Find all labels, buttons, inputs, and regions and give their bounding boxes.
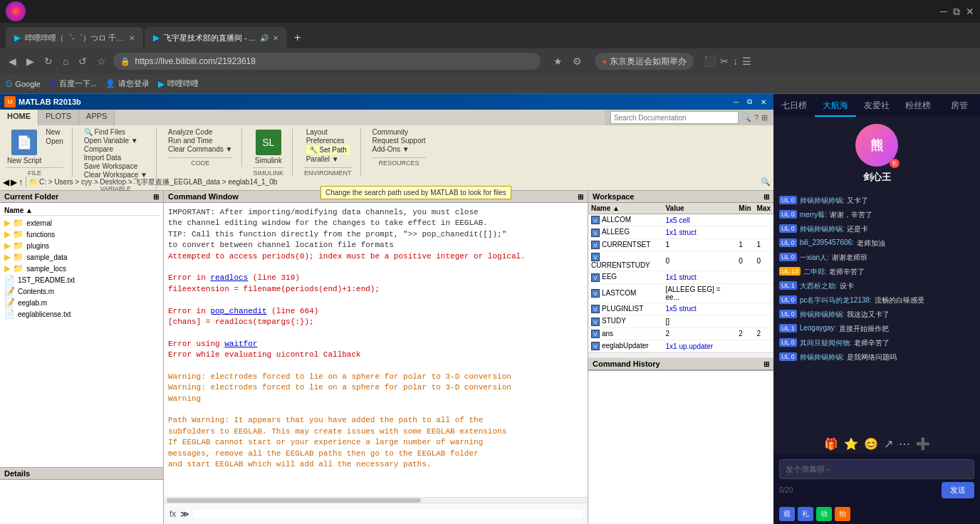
history-expand[interactable]: ⊞ [763, 360, 769, 368]
tab-close-2[interactable]: ✕ [273, 34, 278, 42]
layout-button[interactable]: Layout [306, 128, 350, 136]
back-button[interactable]: ◀ [6, 54, 19, 68]
compare-button[interactable]: Compare [84, 145, 147, 153]
help-icon[interactable]: ? [754, 113, 759, 122]
bookmark-baidu[interactable]: 百 百度一下... [49, 78, 97, 89]
settings-icon[interactable]: ⚙ [570, 54, 585, 68]
tab-bilibili-live[interactable]: ▶ 飞宇星技术部的直播间 - ... 🔊 ✕ [145, 27, 287, 48]
workspace-row[interactable]: VEEG 1x1 struct [588, 271, 773, 283]
workspace-row[interactable]: Vans 2 2 2 [588, 328, 773, 340]
folder-item-functions[interactable]: ▶ 📁 functions [3, 229, 160, 240]
folder-item-sample-locs[interactable]: ▶ 📁 sample_locs [3, 263, 160, 274]
minimize-icon[interactable]: ─ [940, 6, 947, 18]
quick-btn-1[interactable]: 礼 [798, 507, 813, 521]
ribbon-tab-plots[interactable]: PLOTS [38, 110, 79, 125]
matlab-minimize[interactable]: ─ [731, 98, 741, 107]
search-doc-icon[interactable]: 🔍 [741, 113, 751, 122]
expand-icon[interactable]: ⊞ [761, 113, 768, 122]
folder-item-external[interactable]: ▶ 📁 external [3, 217, 160, 229]
matlab-restore[interactable]: ⧉ [744, 97, 755, 107]
workspace-row[interactable]: VeeglabUpdater 1x1 up.updater [588, 340, 773, 352]
refresh-button[interactable]: ↻ [41, 54, 56, 68]
open-variable-button[interactable]: Open Variable ▼ [84, 137, 147, 145]
ribbon-tab-home[interactable]: HOME [0, 110, 38, 125]
bookmark-bilibili[interactable]: ▶ 哔哩哔哩 [158, 78, 199, 89]
cut-icon[interactable]: ✂ [720, 56, 729, 67]
new-script-button[interactable]: 📄 New Script [6, 128, 43, 166]
bookmark-google[interactable]: G Google [6, 79, 41, 89]
save-workspace-button[interactable]: Save Workspace [84, 162, 147, 170]
file-item-eeglab[interactable]: 📝 eeglab.m [3, 297, 160, 308]
file-item-readme[interactable]: 📄 1ST_README.txt [3, 274, 160, 285]
tab-fensiband[interactable]: 粉丝榜 [897, 94, 939, 117]
workspace-expand[interactable]: ⊞ [763, 193, 769, 201]
parallel-button[interactable]: Parallel ▼ [306, 155, 350, 163]
streamer-avatar[interactable]: 熊 长 [855, 124, 898, 167]
clear-commands-button[interactable]: Clear Commands ▼ [168, 145, 232, 153]
quick-btn-3[interactable]: 拍 [835, 507, 850, 521]
workspace-row[interactable]: VALLEEG 1x1 struct [588, 226, 773, 239]
chat-input[interactable] [779, 459, 974, 479]
send-button[interactable]: 发送 [942, 482, 974, 498]
bookmark-button[interactable]: ☆ [94, 54, 109, 68]
folder-item-plugins[interactable]: ▶ 📁 plugins [3, 240, 160, 251]
toolbar-forward[interactable]: ▶ [11, 177, 17, 187]
new-tab-button[interactable]: + [288, 27, 306, 48]
bookmark-login[interactable]: 👤 请您登录 [105, 78, 150, 89]
toolbar-search-icon[interactable]: 🔍 [761, 177, 771, 187]
tab-fangguanr[interactable]: 房管 [939, 94, 980, 117]
pop-chanedit-link[interactable]: pop_chanedit [210, 307, 266, 315]
tab-qiririban[interactable]: 七日榜 [773, 94, 815, 117]
command-window-content[interactable]: IMPORTANT: After importing/modifying dat… [164, 203, 588, 497]
menu-icon[interactable]: ☰ [742, 56, 751, 67]
toolbar-back[interactable]: ◀ [3, 177, 9, 187]
set-path-button[interactable]: 🔧 Set Path [306, 145, 350, 154]
back-button-2[interactable]: ↺ [75, 54, 90, 68]
ribbon-tab-apps[interactable]: APPS [79, 110, 115, 125]
restore-icon[interactable]: ⧉ [953, 6, 960, 18]
clear-workspace-button[interactable]: Clear Workspace ▼ [84, 171, 147, 179]
forward-button[interactable]: ▶ [24, 54, 37, 68]
readlocs-link[interactable]: readlocs [210, 273, 248, 282]
quick-btn-2[interactable]: 动 [816, 507, 832, 521]
share-icon[interactable]: ↗ [884, 437, 893, 451]
home-button[interactable]: ⌂ [60, 54, 71, 68]
matlab-close[interactable]: ✕ [758, 98, 769, 107]
more-icon[interactable]: ⋯ [899, 437, 910, 451]
workspace-row[interactable]: VALLCOM 1x5 cell [588, 214, 773, 226]
open-button[interactable]: Open [46, 137, 63, 145]
request-support-button[interactable]: Request Support [372, 137, 426, 145]
tab-bilibili-main[interactable]: ▶ 哔哩哔哩（゜-゜）つロ 千杯~ ✕ [6, 27, 143, 48]
waitfor-link[interactable]: waitfor [224, 340, 257, 348]
tab-close-1[interactable]: ✕ [129, 34, 135, 42]
folder-item-sample-data[interactable]: ▶ 📁 sample_data [3, 251, 160, 263]
analyze-code-button[interactable]: Analyze Code [168, 128, 232, 136]
tab-audio-icon[interactable]: 🔊 [260, 34, 269, 42]
extensions-icon[interactable]: ⬛ [704, 56, 716, 67]
star-action-icon[interactable]: ⭐ [844, 437, 858, 451]
star-icon[interactable]: ★ [551, 54, 565, 68]
cmd-panel-expand[interactable]: ⊞ [578, 193, 583, 201]
gift-icon[interactable]: 🎁 [824, 437, 838, 451]
tab-dahanghai[interactable]: 大航海 [815, 94, 856, 117]
tab-youaishei[interactable]: 友爱社 [856, 94, 897, 117]
import-data-button[interactable]: Import Data [84, 154, 147, 162]
cmd-scrollbar-h[interactable] [164, 497, 588, 503]
workspace-row[interactable]: VSTUDY [] [588, 315, 773, 328]
workspace-row[interactable]: VCURRENTSTUDY 0 0 0 [588, 251, 773, 271]
find-files-button[interactable]: 🔍 Find Files [84, 128, 147, 136]
file-item-license[interactable]: 📄 eeglablicense.txt [3, 308, 160, 320]
new-button[interactable]: New [46, 128, 63, 136]
file-item-contents[interactable]: 📝 Contents.m [3, 285, 160, 297]
workspace-row[interactable]: VPLUGINLIST 1x5 struct [588, 303, 773, 315]
toolbar-up[interactable]: ↑ [19, 177, 23, 187]
folder-panel-expand[interactable]: ⊞ [153, 193, 159, 201]
preferences-button[interactable]: Preferences [306, 137, 350, 145]
workspace-row[interactable]: VLASTCOM [ALLEEG EEG] = ee... [588, 283, 773, 303]
search-box[interactable]: ● 东京奥运会如期举办 [595, 53, 694, 70]
simulink-button[interactable]: SL Simulink [254, 128, 283, 166]
community-button[interactable]: Community [372, 128, 426, 136]
download-icon[interactable]: ↓ [733, 56, 738, 67]
address-bar[interactable]: 🔒 https://live.bilibili.com/21923618 [113, 53, 541, 70]
follow-icon[interactable]: ➕ [916, 437, 930, 451]
